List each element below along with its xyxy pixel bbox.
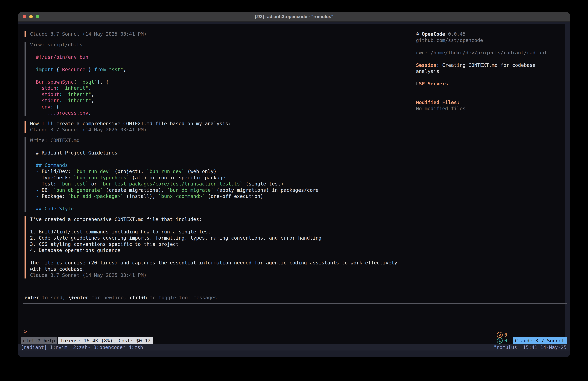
brand-line: © OpenCode 0.0.45 <box>416 31 558 37</box>
message-line: Write: CONTEXT.md <box>30 137 412 144</box>
prompt-chevron-icon: > <box>24 329 27 334</box>
tokens-cost-chip: Tokens: 16.4K (8%), Cost: $0.12 <box>58 337 153 344</box>
message-line: - TypeCheck: `bun run typecheck` (all) o… <box>30 175 412 181</box>
info-count: i0 <box>497 338 507 344</box>
message-line: stderr: "inherit", <box>30 97 412 104</box>
info-icon: i <box>497 338 503 344</box>
message-line: import { Resource } from "sst"; <box>30 67 412 73</box>
keybinding-text: to toggle tool messages <box>147 295 217 300</box>
help-shortcut-chip[interactable]: ctrl+? help <box>21 337 57 344</box>
message-line: stdin: "inherit", <box>30 85 412 91</box>
keybinding-key: \+enter <box>68 295 89 300</box>
model-chip[interactable]: Claude 3.7 Sonnet <box>513 337 567 344</box>
window-title: [2/3] radiant:3:opencode - "romulus" <box>255 14 333 19</box>
chat-transcript: Claude 3.7 Sonnet (14 May 2025 03:41 PM)… <box>24 31 412 283</box>
message-line: - Build/Dev: `bun run dev` (project), `b… <box>30 168 412 175</box>
message-line: The file is concise (20 lines) and captu… <box>30 260 412 266</box>
message-line: 1. Build/lint/test commands including ho… <box>30 229 412 235</box>
session-line: Session: Creating CONTEXT.md for codebas… <box>416 62 558 75</box>
close-button[interactable] <box>22 15 26 18</box>
keybinding-key: ctrl+h <box>129 295 147 300</box>
message-block: Claude 3.7 Sonnet (14 May 2025 03:41 PM) <box>24 31 412 37</box>
message-line <box>30 223 412 229</box>
brand-name: OpenCode <box>422 31 445 37</box>
session-label: Session <box>416 62 436 68</box>
message-line <box>30 143 412 150</box>
keybinding-key: enter <box>24 295 39 300</box>
tmux-host-clock: "romulus" 15:41 14-May-25 <box>494 344 570 350</box>
message-line <box>30 200 412 206</box>
message-block: Now I'll create a comprehensive CONTEXT.… <box>24 121 412 133</box>
message-block: I've created a comprehensive CONTEXT.md … <box>24 216 412 278</box>
message-line <box>30 48 412 54</box>
repo-link[interactable]: github.com/sst/opencode <box>416 37 558 44</box>
message-line <box>30 254 412 260</box>
prompt-input[interactable]: > <box>24 329 27 335</box>
message-line: Now I'll create a comprehensive CONTEXT.… <box>30 121 412 127</box>
modified-files-empty: No modified files <box>416 106 558 112</box>
terminal-content: Claude 3.7 Sonnet (14 May 2025 03:41 PM)… <box>18 22 570 357</box>
opencode-sidebar: © OpenCode 0.0.45 github.com/sst/opencod… <box>416 31 558 112</box>
tool-block: Write: CONTEXT.md # Radiant Project Guid… <box>24 137 412 212</box>
message-line: Bun.spawnSync([`psql`], { <box>30 79 412 85</box>
warn-icon: w <box>497 332 503 338</box>
message-line: - Package: `bun add <package>` (install)… <box>30 193 412 200</box>
zoom-button[interactable] <box>36 15 39 18</box>
cwd-line: cwd: /home/thdxr/dev/projects/radiant/ra… <box>416 50 558 56</box>
keybinding-help: enter to send, \+enter for newline, ctrl… <box>24 295 217 301</box>
message-line: 2. Code style guidelines covering import… <box>30 235 412 241</box>
message-line <box>30 156 412 162</box>
tmux-window-list[interactable]: [radiant] 1:nvim 2:zsh- 3:opencode* 4:zs… <box>18 344 143 350</box>
message-line: 3. CSS styling conventions specific to t… <box>30 241 412 247</box>
message-line: - Test: `bun test` or `bun test packages… <box>30 181 412 187</box>
message-line: 4. Database operations guidance <box>30 247 412 254</box>
keybinding-text: for newline, <box>89 295 129 300</box>
lsp-servers-heading: LSP Servers <box>416 81 558 87</box>
modified-files-heading: Modified Files: <box>416 99 558 106</box>
message-line <box>30 60 412 67</box>
opencode-logo-icon: © <box>416 31 419 37</box>
message-line: - DB: `bun db generate` (create migratio… <box>30 187 412 193</box>
tool-block: View: script/db.ts #!/usr/bin/env bun im… <box>24 42 412 116</box>
message-line: ## Code Style <box>30 206 412 212</box>
traffic-lights <box>18 12 39 21</box>
message-line: I've created a comprehensive CONTEXT.md … <box>30 216 412 223</box>
terminal-window: [2/3] radiant:3:opencode - "romulus" Cla… <box>18 12 570 357</box>
keybinding-text: to send, <box>39 295 68 300</box>
message-line: env: { <box>30 104 412 110</box>
window-titlebar[interactable]: [2/3] radiant:3:opencode - "romulus" <box>18 12 570 22</box>
message-line: Claude 3.7 Sonnet (14 May 2025 03:41 PM) <box>30 272 412 278</box>
message-line: #!/usr/bin/env bun <box>30 54 412 60</box>
message-line: # Radiant Project Guidelines <box>30 150 412 156</box>
message-line: Claude 3.7 Sonnet (14 May 2025 03:41 PM) <box>30 127 412 133</box>
message-line <box>30 73 412 79</box>
minimize-button[interactable] <box>29 15 33 18</box>
message-line: Claude 3.7 Sonnet (14 May 2025 03:41 PM) <box>30 31 412 37</box>
message-line: ...process.env, <box>30 110 412 116</box>
message-line: View: script/db.ts <box>30 42 412 48</box>
brand-version: 0.0.45 <box>448 31 465 37</box>
message-line: with this codebase. <box>30 266 412 272</box>
message-line: stdout: "inherit", <box>30 91 412 98</box>
message-line: ## Commands <box>30 162 412 169</box>
opencode-statusbar: ctrl+? help Tokens: 16.4K (8%), Cost: $0… <box>21 337 567 344</box>
input-divider <box>23 303 567 304</box>
tmux-statusbar: [radiant] 1:nvim 2:zsh- 3:opencode* 4:zs… <box>18 344 570 351</box>
warn-count: w0 <box>497 332 507 338</box>
